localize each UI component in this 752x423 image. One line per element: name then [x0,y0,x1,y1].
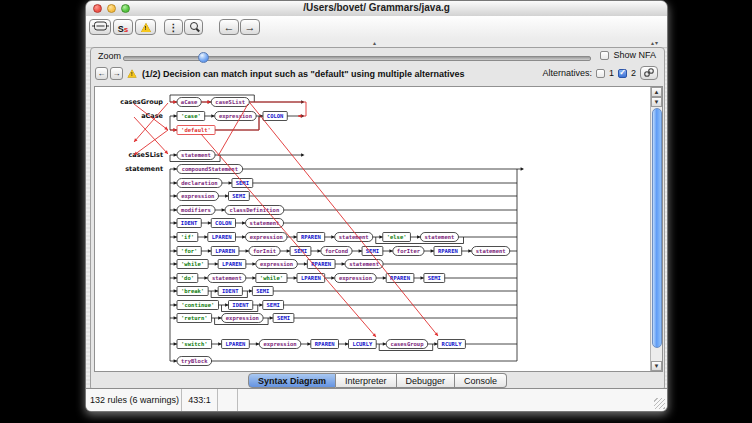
warning-row: ← → ! (1/2) Decision can match input suc… [91,64,664,84]
scroll-down-icon[interactable]: ▼ [651,97,662,107]
syntax-coloring-button[interactable]: Ss [113,19,133,35]
svg-text:'while': 'while' [181,261,204,267]
svg-text:'default': 'default' [181,127,211,133]
close-icon[interactable] [93,4,102,13]
zoom-slider-thumb[interactable] [198,52,209,63]
svg-text:RPAREN: RPAREN [315,341,335,347]
svg-text:LPAREN: LPAREN [301,275,321,281]
ideas-icon: ⋮ [169,22,179,33]
svg-text:COLON: COLON [215,220,232,226]
svg-text:'break': 'break' [181,288,204,294]
svg-text:forCond: forCond [325,248,348,254]
svg-text:statement: statement [125,165,163,173]
svg-text:forInit: forInit [253,248,276,254]
svg-text:classDefinition: classDefinition [230,207,280,213]
svg-text:expression: expression [263,341,296,348]
svg-text:statement: statement [476,248,506,254]
svg-text:'case': 'case' [181,113,201,119]
diagram-node-icon [92,18,109,36]
forward-arrow-icon: → [113,69,121,78]
svg-text:statement: statement [212,275,242,281]
svg-text:statement: statement [181,152,211,158]
svg-text:expression: expression [260,261,293,268]
window-title: /Users/bovet/ Grammars/java.g [146,2,607,13]
svg-text:aCase: aCase [181,99,198,105]
caret-position-cell: 433:1 [182,389,218,411]
scroll-down-bottom-icon[interactable]: ▼ [651,361,662,371]
link-grammar-button[interactable] [640,66,658,80]
syntax-coloring-icon: Ss [118,18,128,36]
diagram-canvas[interactable]: casesGroupaCasecaseSListaCase'case'expre… [94,86,663,372]
svg-text:IDENT: IDENT [181,220,198,226]
tab-console[interactable]: Console [455,373,507,388]
forward-arrow-icon: → [245,22,256,33]
svg-text:expression: expression [181,193,214,200]
svg-text:declaration: declaration [181,180,217,186]
svg-text:caseSList: caseSList [128,151,163,159]
alternative-2-label: 2 [631,68,636,78]
svg-text:SEMI: SEMI [236,180,249,186]
previous-warning-button[interactable]: ← [95,67,108,80]
find-button[interactable] [184,19,203,35]
svg-text:SEMI: SEMI [428,275,441,281]
warning-triangle-icon: ! [128,69,137,77]
alternative-1-checkbox[interactable] [596,69,605,78]
zoom-icon[interactable] [121,4,130,13]
svg-text:SEMI: SEMI [277,315,290,321]
back-arrow-icon: ← [224,22,235,33]
show-nfa-checkbox[interactable] [600,51,609,60]
svg-text:RPAREN: RPAREN [438,248,458,254]
tab-syntax-diagram[interactable]: Syntax Diagram [248,373,336,388]
svg-text:'continue': 'continue' [181,302,214,308]
message-cell [238,389,667,411]
scroll-up-icon[interactable]: ▲ [651,87,662,97]
minimize-icon[interactable] [107,4,116,13]
window-controls [93,4,130,13]
zoom-row: Zoom Show NFA [91,48,664,64]
svg-text:'if': 'if' [181,234,194,240]
tab-interpreter[interactable]: Interpreter [336,373,397,388]
svg-text:LPAREN: LPAREN [226,341,246,347]
svg-text:'else': 'else' [387,234,407,240]
svg-text:caseSList: caseSList [215,99,245,105]
search-icon [189,22,199,32]
svg-text:LPAREN: LPAREN [222,261,242,267]
svg-text:RPAREN: RPAREN [311,261,331,267]
forward-button[interactable]: → [240,19,260,35]
svg-text:'for': 'for' [181,248,198,254]
svg-text:aCase: aCase [141,112,163,120]
svg-text:SEMI: SEMI [232,193,245,199]
alternatives-group: Alternatives: 1 ✓ 2 [542,68,636,78]
back-button[interactable]: ← [219,19,239,35]
svg-text:statement: statement [250,220,280,226]
alternative-1-label: 1 [609,68,614,78]
warnings-button[interactable]: ! [135,19,156,35]
svg-text:'while': 'while' [260,275,283,281]
svg-text:expression: expression [219,113,252,120]
titlebar[interactable]: /Users/bovet/ Grammars/java.g [86,1,667,17]
svg-text:RPAREN: RPAREN [301,234,321,240]
svg-text:SEMI: SEMI [256,288,269,294]
show-nfa-label: Show NFA [613,50,656,60]
svg-text:casesGroup: casesGroup [120,98,163,106]
scrollbar-thumb[interactable] [652,108,662,348]
alternative-2-checkbox[interactable]: ✓ [618,69,627,78]
vertical-scrollbar[interactable]: ▲ ▼ ▼ [650,87,662,371]
ideas-button[interactable]: ⋮ [164,19,183,35]
toolbar: Ss ! ⋮ ← → [86,16,667,40]
svg-text:LCURLY: LCURLY [352,341,373,347]
zoom-label: Zoom [98,51,121,61]
svg-text:COLON: COLON [267,113,284,119]
splitter-arrows-icon[interactable]: ▴▾ [651,39,659,47]
svg-text:statement: statement [349,261,379,267]
splitter-collapse-icon[interactable]: ▴ [373,39,376,47]
tab-debugger[interactable]: Debugger [397,373,456,388]
resize-grip-icon[interactable] [654,398,665,409]
back-arrow-icon: ← [98,69,106,78]
diagram-node-button[interactable] [89,19,111,35]
svg-text:IDENT: IDENT [222,288,239,294]
svg-text:'do': 'do' [181,275,194,281]
warning-message: (1/2) Decision can match input such as "… [142,69,465,79]
zoom-slider[interactable] [123,56,591,61]
next-warning-button[interactable]: → [110,67,123,80]
